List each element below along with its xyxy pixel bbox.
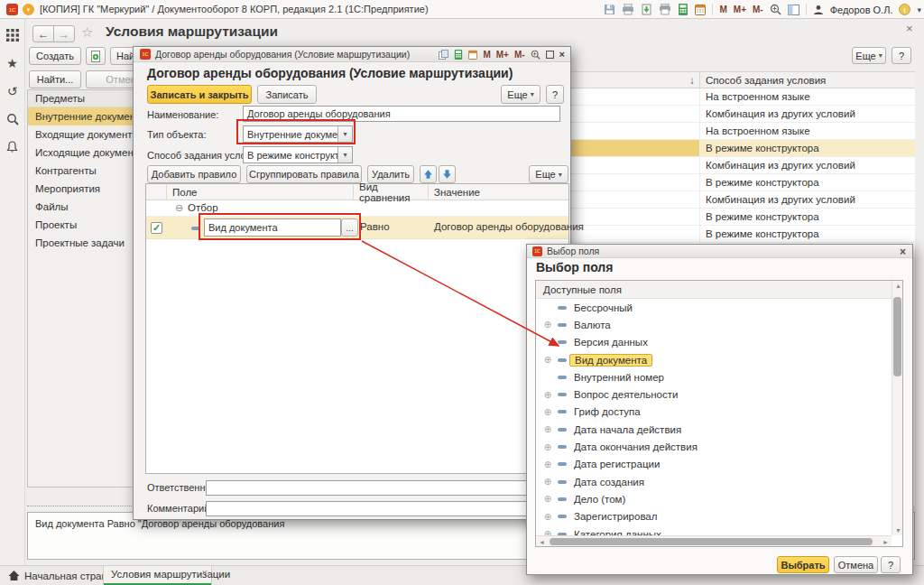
more-button[interactable]: Еще▾	[852, 47, 886, 64]
more-button[interactable]: Еще▾	[501, 85, 541, 104]
memory-m-plus-button[interactable]: M+	[496, 50, 509, 60]
field-list-item[interactable]: ⊕Дело (том)	[536, 490, 892, 507]
memory-m-minus-button[interactable]: M-	[753, 5, 763, 14]
object-type-combo[interactable]: Внутренние документы ▾	[243, 125, 353, 143]
history-icon[interactable]: ↺	[5, 84, 20, 98]
memory-m-minus-button[interactable]: M-	[514, 50, 525, 60]
field-list-item[interactable]: ⊕Дата окончания действия	[536, 438, 892, 455]
rule-value[interactable]: Договор аренды оборудования	[434, 221, 584, 232]
help-button[interactable]: ?	[881, 556, 901, 573]
search-icon[interactable]	[5, 112, 20, 126]
field-list-item[interactable]: ⊕Гриф доступа	[536, 404, 892, 421]
expand-icon[interactable]: ⊕	[541, 390, 554, 400]
favorite-star-icon[interactable]: ☆	[81, 24, 93, 41]
print-document-icon[interactable]	[659, 4, 671, 15]
tab-close-icon[interactable]: ×	[202, 567, 208, 578]
calculator-icon[interactable]	[678, 4, 688, 15]
rule-field-input[interactable]: Вид документа	[204, 218, 341, 237]
calculator-icon[interactable]	[454, 50, 463, 60]
notifications-bell-icon[interactable]	[5, 140, 20, 154]
field-list-item[interactable]: ⊕Вопрос деятельности	[536, 385, 892, 403]
main-menu-icon[interactable]	[5, 28, 20, 42]
help-button[interactable]: ?	[892, 47, 911, 64]
zoom-icon[interactable]	[531, 50, 541, 60]
chevron-down-icon[interactable]: ▾	[337, 126, 352, 142]
rule-checkbox[interactable]: ✓	[151, 222, 162, 234]
home-icon[interactable]	[8, 570, 20, 583]
help-button[interactable]: ?	[546, 85, 564, 104]
calendar-icon[interactable]	[468, 50, 477, 60]
expand-icon[interactable]: ⊕	[541, 424, 554, 434]
expand-icon[interactable]: ⊕	[541, 355, 554, 365]
favorites-icon[interactable]: ★	[5, 56, 20, 70]
expand-icon[interactable]: ⊕	[541, 320, 554, 330]
expand-icon[interactable]: ⊕	[541, 442, 554, 452]
select-button[interactable]: Выбрать	[777, 556, 829, 573]
vertical-scrollbar[interactable]: ▲ ▼	[892, 281, 902, 535]
add-rule-button[interactable]: Добавить правило	[147, 165, 241, 183]
field-list-item[interactable]: Внутренний номер	[536, 368, 892, 385]
create-button[interactable]: Создать	[29, 47, 81, 65]
condition-method-combo[interactable]: В режиме конструктора ▾	[243, 146, 353, 163]
back-button[interactable]: ←	[32, 25, 54, 42]
calendar-icon[interactable]	[695, 4, 706, 15]
group-rules-button[interactable]: Сгруппировать правила	[246, 165, 362, 183]
field-list-item[interactable]: ⊕Зарегистрировал	[536, 508, 892, 525]
rule-row[interactable]: ✓ Вид документа ... Равно Договор аренды…	[146, 217, 568, 239]
nav-find-button[interactable]: Найти...	[29, 70, 81, 88]
zoom-icon[interactable]	[770, 4, 781, 15]
scroll-up-icon[interactable]: ▲	[895, 283, 901, 289]
field-list-item[interactable]: ⊕Дата начала действия	[536, 421, 892, 438]
field-list-item[interactable]: Бессрочный	[536, 299, 892, 316]
maximize-icon[interactable]	[546, 51, 554, 59]
move-down-button[interactable]	[439, 165, 456, 183]
comment-input[interactable]	[206, 501, 558, 516]
create-by-copy-button[interactable]	[86, 47, 106, 65]
form-close-icon[interactable]: ×	[906, 22, 913, 35]
close-icon[interactable]: ×	[559, 49, 565, 60]
close-icon[interactable]: ×	[900, 246, 906, 258]
collapse-icon[interactable]: ⊖	[175, 202, 183, 214]
field-list-item[interactable]: ⊕Дата регистрации	[536, 456, 892, 473]
scrollbar-thumb[interactable]	[550, 538, 873, 545]
field-list-item[interactable]: ⊕Дата создания	[536, 473, 892, 490]
current-user[interactable]: Федоров О.Л.	[830, 5, 893, 15]
scroll-down-icon[interactable]: ▼	[895, 527, 901, 534]
responsible-input[interactable]	[206, 480, 558, 496]
rules-more-button[interactable]: Еще▾	[529, 165, 568, 183]
save-button[interactable]: Записать	[257, 85, 317, 104]
field-column-header[interactable]: Поле	[167, 184, 354, 200]
print-preview-icon[interactable]	[641, 4, 652, 15]
name-input[interactable]: Договор аренды оборудования	[243, 106, 560, 122]
session-menu-icon[interactable]: ▾	[23, 4, 34, 15]
expand-icon[interactable]: ⊕	[541, 512, 554, 522]
chevron-down-icon[interactable]: ▾	[917, 5, 921, 14]
copy-link-icon[interactable]	[439, 50, 448, 60]
print-icon[interactable]	[622, 4, 634, 15]
memory-m-plus-button[interactable]: M+	[734, 5, 746, 14]
rule-comparison-value[interactable]: Равно	[360, 221, 390, 232]
horizontal-scrollbar[interactable]: ◄ ►	[536, 535, 892, 546]
method-column-header[interactable]: Способ задания условия	[700, 72, 915, 88]
info-icon[interactable]: i	[899, 4, 910, 15]
chevron-down-icon[interactable]: ▾	[337, 147, 352, 162]
active-window-tab[interactable]: Условия маршрутизации ×	[103, 566, 212, 585]
save-and-close-button[interactable]: Записать и закрыть	[147, 85, 252, 104]
cancel-button[interactable]: Отмена	[834, 556, 878, 573]
scroll-left-icon[interactable]: ◄	[539, 539, 545, 545]
expand-icon[interactable]: ⊕	[541, 407, 554, 417]
memory-m-button[interactable]: M	[483, 50, 490, 60]
filter-group-row[interactable]: ⊖ Отбор	[146, 200, 568, 217]
expand-icon[interactable]: ⊕	[541, 460, 554, 469]
value-column-header[interactable]: Значение	[429, 184, 568, 200]
field-list-item[interactable]: ⊕Вид документа	[536, 351, 892, 368]
field-picker-button[interactable]: ...	[341, 218, 358, 237]
field-list-item[interactable]: Версия данных	[536, 334, 892, 351]
comparison-column-header[interactable]: Вид сравнения	[354, 184, 429, 200]
expand-icon[interactable]: ⊕	[541, 529, 554, 535]
memory-m-button[interactable]: M	[719, 5, 726, 14]
forward-button[interactable]: →	[53, 25, 75, 42]
scrollbar-thumb[interactable]	[893, 297, 901, 376]
expand-icon[interactable]: ⊕	[541, 494, 554, 504]
field-list-item[interactable]: ⊕Категория данных	[536, 525, 892, 535]
